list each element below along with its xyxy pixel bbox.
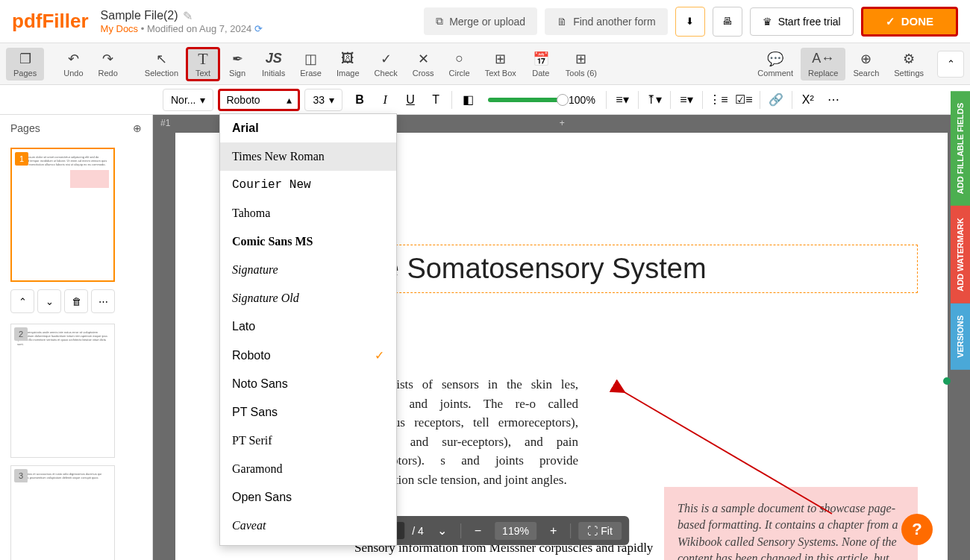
font-option[interactable]: Lato — [220, 312, 396, 341]
circle-tool[interactable]: ○Circle — [442, 48, 478, 81]
font-option[interactable]: ABeeZee — [220, 540, 396, 546]
font-option[interactable]: Garamond — [220, 455, 396, 483]
selection-handle[interactable] — [943, 377, 951, 385]
file-info: Sample File(2) ✎ My Docs • Modified on A… — [101, 9, 263, 34]
rail-label: ADD WATERMARK — [956, 218, 965, 292]
versions-button[interactable]: VERSIONS — [951, 303, 970, 370]
pages-tool[interactable]: ❐Pages — [6, 48, 44, 81]
text-style-dropdown[interactable]: Nor...▾ — [163, 89, 213, 111]
more-format-button[interactable]: ⋯ — [821, 88, 846, 112]
sign-tool[interactable]: ✒Sign — [220, 48, 254, 81]
font-option[interactable]: PT Serif — [220, 427, 396, 455]
thumb-more-button[interactable]: ⋯ — [91, 289, 115, 313]
font-option[interactable]: Courier New — [220, 171, 396, 199]
line-spacing-button[interactable]: ≡▾ — [674, 88, 699, 112]
replace-tool[interactable]: A↔Replace — [801, 48, 845, 81]
font-option-label: Comic Sans MS — [232, 235, 313, 248]
font-option[interactable]: Caveat — [220, 512, 396, 540]
bold-button[interactable]: B — [347, 88, 372, 112]
font-option[interactable]: Times New Roman — [220, 142, 396, 171]
opacity-slider[interactable]: 100% — [488, 94, 595, 106]
sign-label: Sign — [229, 69, 245, 78]
thumb-down-button[interactable]: ⌄ — [37, 289, 61, 313]
edit-title-icon[interactable]: ✎ — [183, 9, 193, 23]
font-option[interactable]: Noto Sans — [220, 370, 396, 398]
fit-icon: ⛶ — [587, 525, 598, 537]
zoom-in-button[interactable]: + — [544, 521, 563, 541]
number-list-button[interactable]: ☑≡ — [731, 88, 757, 112]
font-option[interactable]: Signature — [220, 256, 396, 284]
merge-upload-button[interactable]: ⧉ Merge or upload — [424, 7, 537, 35]
sidebar-add-icon[interactable]: ⊕ — [133, 122, 142, 134]
pages-sidebar: Pages ⊕ 1 Lorem ipsum dolor sit amet con… — [0, 115, 153, 560]
settings-tool[interactable]: ⚙Settings — [886, 48, 931, 81]
initials-label: Initials — [262, 69, 285, 78]
underline-button[interactable]: U — [398, 88, 423, 112]
search-tool[interactable]: ⊕Search — [845, 48, 886, 81]
font-option[interactable]: Signature Old — [220, 284, 396, 312]
font-size-dropdown[interactable]: 33▾ — [304, 89, 342, 111]
thumb-up-button[interactable]: ⌃ — [10, 289, 34, 313]
superscript-button[interactable]: X² — [795, 88, 821, 112]
page-thumb-2[interactable]: 2 Sed ut perspiciatis unde omnis iste na… — [10, 324, 115, 458]
date-tool[interactable]: 📅Date — [524, 48, 558, 81]
print-button[interactable]: 🖶 — [713, 7, 742, 37]
font-option[interactable]: Tahoma — [220, 199, 396, 227]
italic-button[interactable]: I — [372, 88, 398, 112]
slider-track[interactable] — [488, 98, 563, 102]
right-rail: ADD FILLABLE FIELDS ADD WATERMARK VERSIO… — [951, 91, 970, 370]
my-docs-link[interactable]: My Docs — [101, 23, 139, 34]
done-button[interactable]: ✓ DONE — [861, 7, 958, 37]
undo-tool[interactable]: ↶Undo — [56, 48, 90, 81]
zoom-level[interactable]: 119% — [495, 522, 536, 540]
text-color-button[interactable]: T — [423, 88, 448, 112]
align-button[interactable]: ≡▾ — [610, 88, 635, 112]
font-option[interactable]: PT Sans — [220, 398, 396, 427]
zoom-out-button[interactable]: − — [469, 521, 487, 541]
erase-tool[interactable]: ◫Erase — [292, 48, 329, 81]
add-fillable-fields-button[interactable]: ADD FILLABLE FIELDS — [951, 91, 970, 206]
doc-title: the Somatosensory System — [360, 253, 707, 284]
next-page-button[interactable]: ⌄ — [431, 520, 453, 541]
page-thumb-1[interactable]: 1 Lorem ipsum dolor sit amet consectetur… — [10, 148, 115, 282]
search-icon: ⊕ — [860, 51, 872, 67]
history-icon[interactable]: ⟳ — [254, 23, 263, 34]
font-option[interactable]: Arial — [220, 114, 396, 142]
highlight-button[interactable]: ◧ — [455, 88, 481, 112]
meta-sep: • — [141, 23, 147, 34]
text-tool[interactable]: TText — [186, 47, 220, 81]
add-page-icon[interactable]: + — [560, 118, 565, 130]
textbox-label: Text Box — [485, 69, 516, 78]
download-button[interactable]: ⬇ — [675, 7, 705, 37]
textbox-tool[interactable]: ⊞Text Box — [478, 48, 524, 81]
chevron-up-icon: ▴ — [287, 94, 292, 106]
fit-button[interactable]: ⛶Fit — [578, 522, 622, 540]
initials-tool[interactable]: JSInitials — [254, 48, 292, 81]
help-button[interactable]: ? — [901, 514, 933, 545]
font-option[interactable]: Roboto✓ — [220, 341, 396, 370]
start-trial-button[interactable]: ♛ Start free trial — [750, 7, 854, 36]
valign-button[interactable]: ⤒▾ — [642, 88, 667, 112]
selected-text-box[interactable]: the Somatosensory System — [354, 245, 918, 293]
thumb-delete-button[interactable]: 🗑 — [64, 289, 88, 313]
cross-tool[interactable]: ✕Cross — [405, 48, 442, 81]
thumb-num: 1 — [15, 152, 28, 166]
slider-knob[interactable] — [557, 94, 569, 106]
font-option[interactable]: Comic Sans MS — [220, 227, 396, 256]
add-watermark-button[interactable]: ADD WATERMARK — [951, 206, 970, 303]
tools-tool[interactable]: ⊞Tools (6) — [558, 48, 604, 81]
comment-tool[interactable]: 💬Comment — [750, 48, 801, 81]
bullet-list-button[interactable]: ⋮≡ — [706, 88, 731, 112]
page-thumb-3[interactable]: 3 At vero eos et accusamus et iusto odio… — [10, 465, 115, 560]
font-dropdown-menu: ArialTimes New RomanCourier NewTahomaCom… — [219, 113, 397, 546]
image-tool[interactable]: 🖼Image — [329, 48, 367, 81]
collapse-toolbar-button[interactable]: ⌃ — [937, 51, 964, 78]
font-family-dropdown[interactable]: Roboto▴ — [218, 89, 300, 111]
selection-tool[interactable]: ↖Selection — [137, 48, 186, 81]
check-tool[interactable]: ✓Check — [367, 48, 405, 81]
link-button[interactable]: 🔗 — [763, 88, 789, 112]
font-option[interactable]: Open Sans — [220, 483, 396, 512]
redo-tool[interactable]: ↷Redo — [91, 48, 125, 81]
find-form-button[interactable]: 🗎 Find another form — [545, 8, 668, 35]
file-title[interactable]: Sample File(2) ✎ — [101, 9, 263, 23]
